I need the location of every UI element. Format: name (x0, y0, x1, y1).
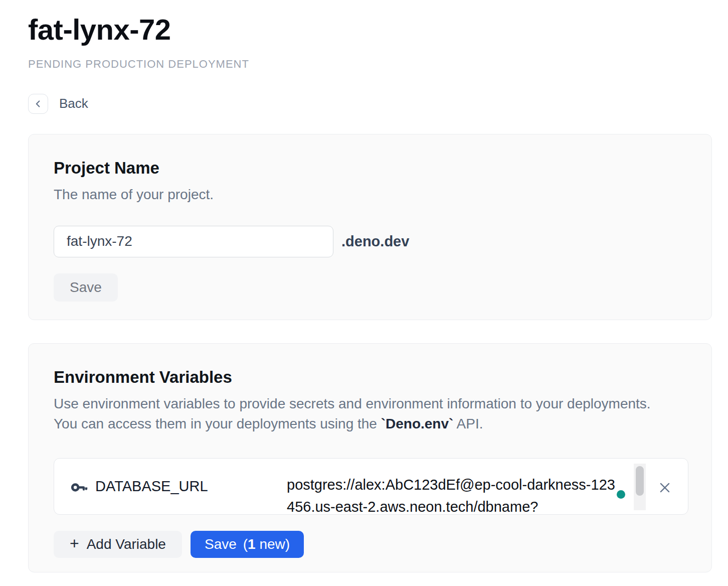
project-name-input[interactable] (54, 226, 333, 257)
key-icon (71, 482, 88, 495)
environment-variables-card: Environment Variables Use environment va… (28, 343, 712, 572)
back-button[interactable] (28, 94, 48, 114)
project-name-card: Project Name The name of your project. .… (28, 134, 712, 320)
remove-variable-button[interactable] (654, 477, 676, 499)
new-variable-indicator-dot (617, 490, 625, 499)
env-actions-row: + Add Variable Save (1 new) (54, 531, 686, 558)
project-name-save-button[interactable]: Save (54, 273, 118, 302)
env-save-button[interactable]: Save (1 new) (191, 531, 304, 558)
env-save-label: Save (205, 536, 237, 552)
project-settings-page: fat-lynx-72 PENDING PRODUCTION DEPLOYMEN… (0, 0, 728, 572)
description-text: Use environment variables to provide sec… (54, 396, 651, 431)
deno-env-code: `Deno.env` (381, 416, 454, 431)
domain-suffix-label: .deno.dev (341, 233, 409, 250)
project-name-description: The name of your project. (54, 185, 663, 205)
back-label: Back (59, 96, 88, 111)
add-variable-button[interactable]: + Add Variable (54, 531, 182, 558)
env-variable-row: DATABASE_URL postgres://alex:AbC123dEf@e… (54, 458, 688, 515)
add-variable-label: Add Variable (87, 536, 166, 552)
env-variable-key: DATABASE_URL (95, 478, 208, 495)
plus-icon: + (70, 535, 79, 551)
value-scrollbar-track[interactable] (634, 464, 646, 510)
description-text-end: API. (453, 416, 483, 431)
x-icon (657, 480, 672, 495)
back-navigation: Back (28, 94, 728, 114)
page-title: fat-lynx-72 (28, 13, 728, 47)
environment-variables-heading: Environment Variables (54, 368, 686, 387)
environment-variables-description: Use environment variables to provide sec… (54, 394, 663, 434)
env-save-count-badge: (1 new) (243, 536, 290, 552)
value-scrollbar-thumb[interactable] (636, 466, 644, 496)
deployment-status-label: PENDING PRODUCTION DEPLOYMENT (28, 58, 728, 71)
chevron-left-icon (33, 98, 44, 109)
project-name-heading: Project Name (54, 159, 686, 178)
project-name-input-row: .deno.dev (54, 226, 686, 257)
env-variable-value[interactable]: postgres://alex:AbC123dEf@ep-cool-darkne… (287, 459, 618, 515)
